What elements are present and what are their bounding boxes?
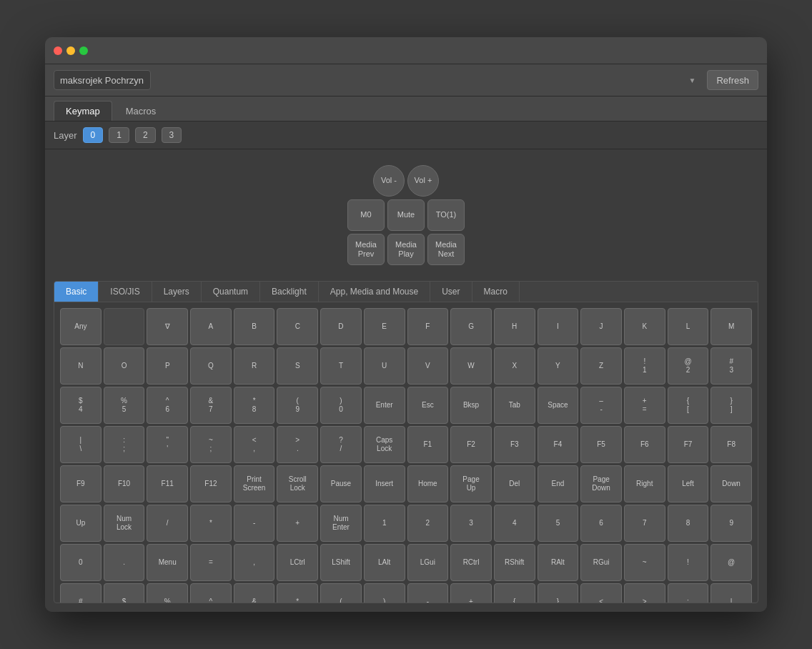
key-cell[interactable]: : [668, 583, 709, 603]
key-cell[interactable]: ∇ [147, 308, 188, 345]
key-cell[interactable]: LCtrl [277, 544, 318, 581]
key-cell[interactable]: ^ [190, 583, 232, 603]
key-cell[interactable]: X [494, 347, 535, 385]
key-cell[interactable]: 8 [668, 505, 709, 542]
key-cell[interactable]: Del [494, 465, 535, 502]
keymap-tab-layers[interactable]: Layers [152, 282, 202, 302]
key-cell[interactable]: Pause [320, 465, 362, 502]
key-cell[interactable]: F [407, 308, 449, 345]
maximize-button[interactable] [79, 46, 88, 55]
key-cell[interactable]: ^ 6 [147, 387, 188, 424]
key-cell[interactable]: LShift [320, 544, 362, 581]
key-cell[interactable]: Home [407, 465, 449, 502]
key-cell[interactable]: Right [624, 465, 665, 502]
key-cell[interactable]: H [494, 308, 535, 345]
key-cell[interactable]: { [ [668, 387, 709, 424]
key-cell[interactable]: Any [60, 308, 102, 345]
key-cell[interactable]: RCtrl [450, 544, 492, 581]
key-cell[interactable]: ( 9 [277, 387, 318, 424]
key-cell[interactable]: Insert [364, 465, 405, 502]
key-cell[interactable]: End [538, 465, 579, 502]
key-cell[interactable]: RAlt [538, 544, 579, 581]
key-cell[interactable]: T [320, 347, 362, 385]
key-cell[interactable]: - [407, 583, 449, 603]
key-cell[interactable]: / [147, 505, 188, 542]
key-cell[interactable]: 4 [494, 505, 535, 542]
preview-key-media-prev[interactable]: Media Prev [347, 234, 385, 265]
key-cell[interactable]: > [624, 583, 665, 603]
key-cell[interactable]: 3 [450, 505, 492, 542]
key-cell[interactable]: . [104, 544, 145, 581]
key-cell[interactable]: P [147, 347, 188, 385]
key-cell[interactable]: – - [580, 387, 622, 424]
key-cell[interactable]: F10 [104, 465, 145, 502]
key-cell[interactable]: $ [104, 583, 145, 603]
key-cell[interactable]: F7 [668, 426, 709, 463]
key-cell[interactable]: @ 2 [668, 347, 709, 385]
key-cell[interactable]: ! [668, 544, 709, 581]
keymap-tab-app-media[interactable]: App, Media and Mouse [319, 282, 430, 302]
key-cell[interactable]: Up [60, 505, 102, 542]
key-cell[interactable]: RGui [580, 544, 622, 581]
preview-key-media-play[interactable]: Media Play [387, 234, 425, 265]
key-cell[interactable]: 9 [710, 505, 752, 542]
key-cell[interactable]: L [668, 308, 709, 345]
key-cell[interactable]: Enter [364, 387, 405, 424]
key-cell[interactable]: F6 [624, 426, 665, 463]
key-cell[interactable]: M [710, 308, 752, 345]
key-cell[interactable]: ~ ; [190, 426, 232, 463]
key-cell[interactable]: F5 [580, 426, 622, 463]
key-cell[interactable]: Q [190, 347, 232, 385]
key-cell[interactable]: * [277, 583, 318, 603]
key-cell[interactable]: F12 [190, 465, 232, 502]
key-cell[interactable]: Left [668, 465, 709, 502]
key-cell[interactable]: Scroll Lock [277, 465, 318, 502]
key-cell[interactable]: D [320, 308, 362, 345]
key-cell[interactable]: F1 [407, 426, 449, 463]
keymap-tab-backlight[interactable]: Backlight [260, 282, 319, 302]
key-cell[interactable]: Tab [494, 387, 535, 424]
key-cell[interactable]: % [147, 583, 188, 603]
key-cell[interactable]: N [60, 347, 102, 385]
key-cell[interactable]: Caps Lock [364, 426, 405, 463]
key-cell[interactable]: Z [580, 347, 622, 385]
key-cell[interactable]: Print Screen [234, 465, 275, 502]
preview-key-vol-minus[interactable]: Vol - [373, 165, 405, 197]
key-cell[interactable]: = [190, 544, 232, 581]
key-cell[interactable]: G [450, 308, 492, 345]
device-select[interactable]: maksrojek Pochrzyn [54, 70, 151, 90]
key-cell[interactable] [104, 308, 145, 345]
layer-btn-0[interactable]: 0 [83, 127, 104, 143]
key-cell[interactable]: : ; [104, 426, 145, 463]
key-cell[interactable]: 1 [364, 505, 405, 542]
key-cell[interactable]: Bksp [450, 387, 492, 424]
key-cell[interactable]: J [580, 308, 622, 345]
minimize-button[interactable] [66, 46, 75, 55]
key-cell[interactable]: V [407, 347, 449, 385]
key-cell[interactable]: < , [234, 426, 275, 463]
key-cell[interactable]: + = [624, 387, 665, 424]
layer-btn-3[interactable]: 3 [162, 127, 182, 143]
key-cell[interactable]: 5 [538, 505, 579, 542]
key-cell[interactable]: F11 [147, 465, 188, 502]
key-cell[interactable]: # 3 [710, 347, 752, 385]
key-cell[interactable]: S [277, 347, 318, 385]
key-cell[interactable]: ( [320, 583, 362, 603]
key-cell[interactable]: F3 [494, 426, 535, 463]
key-cell[interactable]: F8 [710, 426, 752, 463]
key-cell[interactable]: * 8 [234, 387, 275, 424]
key-cell[interactable]: B [234, 308, 275, 345]
preview-key-to1[interactable]: TO(1) [427, 199, 465, 231]
key-cell[interactable]: - [234, 505, 275, 542]
key-cell[interactable]: ! 1 [624, 347, 665, 385]
key-cell[interactable]: ) 0 [320, 387, 362, 424]
key-cell[interactable]: F9 [60, 465, 102, 502]
key-cell[interactable]: Num Lock [104, 505, 145, 542]
key-cell[interactable]: { [494, 583, 535, 603]
key-cell[interactable]: | \ [60, 426, 102, 463]
keymap-tab-user[interactable]: User [430, 282, 472, 302]
key-cell[interactable]: $ 4 [60, 387, 102, 424]
key-cell[interactable]: 6 [580, 505, 622, 542]
key-cell[interactable]: * [190, 505, 232, 542]
key-cell[interactable]: Page Down [580, 465, 622, 502]
